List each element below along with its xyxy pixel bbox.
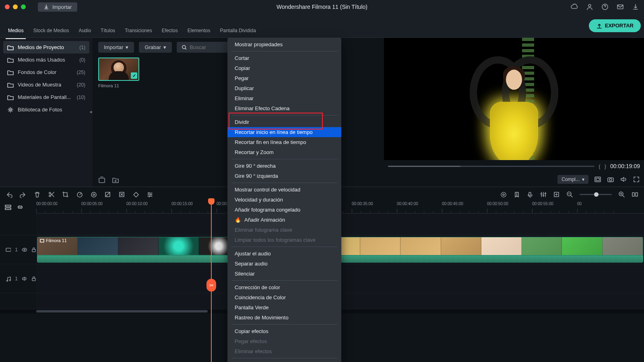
sidebar-item-sample-videos[interactable]: Videos de Muestra (20) — [3, 78, 89, 91]
trash-icon[interactable] — [34, 191, 41, 198]
quality-label: Compl... — [561, 177, 580, 182]
menu-copy[interactable]: Copiar — [227, 63, 341, 73]
color-icon[interactable] — [90, 191, 97, 198]
volume-icon[interactable] — [620, 176, 627, 183]
menu-adjust-audio[interactable]: Ajustar el audio — [227, 249, 341, 259]
menu-detach-audio[interactable]: Separar audio — [227, 259, 341, 269]
fullscreen-icon[interactable] — [633, 176, 640, 183]
zoom-fit-icon[interactable] — [632, 191, 638, 198]
download-icon[interactable] — [632, 3, 639, 10]
menu-delete-ripple[interactable]: Eliminar Efecto Cadena — [227, 103, 341, 113]
menu-paste[interactable]: Pegar — [227, 73, 341, 83]
close-window-button[interactable] — [5, 4, 10, 9]
undo-icon[interactable] — [6, 191, 12, 198]
playhead-grip[interactable] — [208, 198, 215, 205]
tab-audio[interactable]: Audio — [74, 16, 96, 36]
menu-show-properties[interactable]: Mostrar propiedades — [227, 39, 341, 49]
safe-zone-icon[interactable] — [594, 176, 601, 183]
import-button[interactable]: Importar — [38, 2, 77, 12]
menu-add-animation[interactable]: 🔥Añadir Animación — [227, 215, 341, 225]
lock-icon[interactable] — [31, 276, 36, 282]
account-icon[interactable] — [586, 3, 593, 10]
mail-icon[interactable] — [617, 3, 624, 10]
split-scissors-icon[interactable]: ✂ — [206, 279, 216, 292]
new-folder-icon[interactable] — [98, 176, 105, 183]
visibility-icon[interactable] — [22, 247, 27, 253]
menu-color-correct[interactable]: Corrección de color — [227, 282, 341, 292]
menu-copy-effects[interactable]: Copiar efectos — [227, 326, 341, 336]
menu-speed-duration[interactable]: Velocidad y duración — [227, 195, 341, 205]
bracket-in-icon[interactable]: { — [599, 163, 600, 169]
preview-canvas[interactable] — [384, 38, 644, 160]
sidebar-item-count: (0) — [79, 57, 85, 63]
render-icon[interactable] — [500, 191, 507, 198]
menu-rotate-left[interactable]: Gire 90 ° izquierda — [227, 171, 341, 181]
crop-icon[interactable] — [62, 191, 69, 198]
sidebar-item-most-used[interactable]: Medios más Usados (0) — [3, 53, 89, 66]
menu-motion-tracking[interactable]: Rastreo de Movimiento — [227, 313, 341, 323]
cloud-icon[interactable] — [571, 3, 578, 10]
menu-delete[interactable]: Eliminar — [227, 93, 341, 103]
tab-stock-media[interactable]: Stock de Medios — [29, 16, 74, 36]
sidebar-item-label: Medios de Proyecto — [18, 44, 64, 50]
menu-crop-zoom[interactable]: Recortar y Zoom — [227, 147, 341, 157]
tab-split-screen[interactable]: Pantalla Dividida — [215, 16, 260, 36]
sidebar-item-count: (10) — [77, 95, 85, 100]
menu-rotate-right[interactable]: Gire 90 ° derecha — [227, 161, 341, 171]
svg-point-26 — [503, 194, 504, 195]
menu-color-match[interactable]: Coincidencia de Color — [227, 292, 341, 302]
menu-mute[interactable]: Silenciar — [227, 269, 341, 279]
menu-trim-start[interactable]: Recortar inicio en línea de tiempo — [227, 127, 341, 137]
menu-trim-end[interactable]: Recortar fin en línea de tiempo — [227, 137, 341, 147]
menu-freeze-frame[interactable]: Añadir fotograma congelado — [227, 205, 341, 215]
media-clip-thumbnail[interactable]: ✓ Filmora 11 — [98, 58, 139, 88]
lock-icon[interactable] — [31, 247, 36, 253]
sidebar-item-screen-materials[interactable]: Materiales de Pantall... (10) — [3, 91, 89, 103]
zoom-slider[interactable] — [580, 194, 612, 195]
menu-green-screen[interactable]: Pantalla Verde — [227, 302, 341, 313]
add-marker-icon[interactable] — [553, 191, 560, 198]
preview-quality-dropdown[interactable]: Compl... ▾ — [557, 175, 588, 184]
import-dropdown[interactable]: Importar ▾ — [98, 42, 134, 53]
playhead[interactable]: ✂ — [211, 202, 212, 362]
mask-icon[interactable] — [118, 191, 125, 198]
menu-split[interactable]: Dividir — [227, 117, 341, 127]
record-dropdown[interactable]: Grabar ▾ — [139, 42, 171, 53]
scissors-icon[interactable] — [48, 191, 55, 198]
redo-icon[interactable] — [20, 191, 27, 198]
zoom-in-icon[interactable] — [618, 191, 625, 198]
tab-titles[interactable]: Títulos — [96, 16, 120, 36]
maximize-window-button[interactable] — [21, 4, 26, 9]
sidebar-item-label: Medios más Usados — [18, 57, 65, 63]
mute-icon[interactable] — [22, 276, 27, 282]
link-icon[interactable] — [17, 204, 23, 211]
zoom-out-icon[interactable] — [566, 191, 573, 198]
tab-label: Pantalla Dividida — [220, 28, 256, 33]
video-track-header: 1 — [0, 235, 36, 264]
tab-transitions[interactable]: Transiciones — [120, 16, 157, 36]
export-button[interactable]: EXPORTAR — [589, 19, 641, 32]
preview-scrubber[interactable] — [388, 166, 594, 167]
tab-effects[interactable]: Efectos — [157, 16, 183, 36]
add-folder-icon[interactable] — [112, 176, 119, 183]
mixer-icon[interactable] — [540, 191, 547, 198]
voiceover-icon[interactable] — [526, 191, 533, 198]
support-icon[interactable] — [601, 3, 609, 10]
menu-duplicate[interactable]: Duplicar — [227, 83, 341, 93]
menu-cut[interactable]: Cortar — [227, 53, 341, 63]
keyframe-icon[interactable] — [132, 191, 139, 198]
adjust-icon[interactable] — [147, 191, 153, 198]
marker-icon[interactable] — [513, 191, 520, 198]
menu-snap-toggle[interactable]: Activar el magnetismo de la línea de tie… — [227, 360, 341, 362]
snapshot-icon[interactable] — [607, 176, 614, 183]
track-manager-icon[interactable] — [5, 204, 11, 211]
tab-elements[interactable]: Elementos — [183, 16, 215, 36]
menu-speed-control[interactable]: Mostrar control de velocidad — [227, 185, 341, 195]
bracket-out-icon[interactable]: } — [605, 163, 606, 169]
tab-media[interactable]: Medios — [3, 16, 29, 36]
sidebar-item-color-backgrounds[interactable]: Fondos de Color (25) — [3, 66, 89, 78]
sidebar-collapse-handle[interactable]: ◂ — [89, 109, 92, 115]
greenscreen-icon[interactable] — [104, 191, 111, 198]
speed-icon[interactable] — [76, 191, 83, 198]
sidebar-item-photo-library[interactable]: Biblioteca de Fotos — [3, 103, 89, 116]
